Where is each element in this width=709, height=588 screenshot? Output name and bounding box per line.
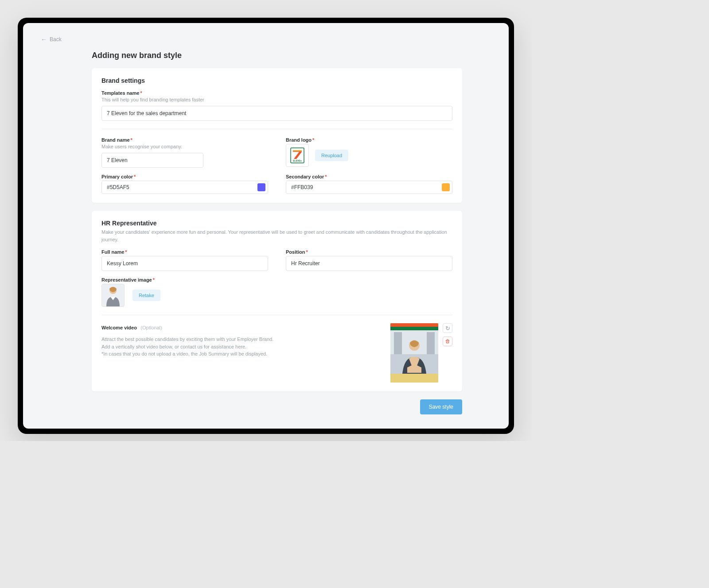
full-name-input[interactable]	[101, 256, 268, 271]
primary-color-swatch[interactable]	[257, 183, 265, 191]
position-input[interactable]	[286, 256, 452, 271]
refresh-video-button[interactable]: ↻	[443, 323, 452, 333]
primary-color-input[interactable]	[107, 184, 257, 190]
secondary-color-swatch[interactable]	[442, 183, 450, 191]
position-label: Position*	[286, 249, 452, 255]
page-title: Adding new brand style	[92, 51, 462, 60]
secondary-color-col: Secondary color*	[286, 174, 452, 194]
trash-icon	[445, 339, 450, 344]
optional-tag: (Optional)	[140, 325, 162, 330]
required-asterisk: *	[125, 249, 127, 255]
position-col: Position*	[286, 249, 452, 271]
svg-rect-9	[427, 332, 435, 354]
required-asterisk: *	[312, 137, 314, 143]
svg-rect-6	[390, 323, 438, 327]
brand-logo-preview: ELEVEn	[286, 144, 309, 167]
full-name-col: Full name*	[101, 249, 268, 271]
welcome-video-label: Welcome video	[101, 325, 137, 330]
required-asterisk: *	[140, 90, 142, 96]
brand-settings-title: Brand settings	[101, 77, 452, 84]
refresh-icon: ↻	[445, 325, 450, 332]
person-icon	[103, 284, 123, 306]
welcome-video-row: Welcome video (Optional) Attract the bes…	[101, 323, 452, 383]
primary-color-input-wrap[interactable]	[101, 181, 268, 194]
video-preview-icon	[390, 323, 438, 383]
primary-color-label: Primary color*	[101, 174, 268, 179]
welcome-text-col: Welcome video (Optional) Attract the bes…	[101, 323, 382, 383]
required-asterisk: *	[325, 174, 327, 179]
secondary-color-label: Secondary color*	[286, 174, 452, 179]
brand-name-input[interactable]	[101, 153, 203, 168]
welcome-video-area: ↻	[390, 323, 452, 383]
required-asterisk: *	[153, 277, 155, 282]
template-name-hint: This will help you find branding templat…	[101, 97, 452, 102]
welcome-video-thumbnail[interactable]	[390, 323, 438, 383]
brand-settings-card: Brand settings Templates name* This will…	[92, 68, 462, 203]
brand-name-hint: Make users recognise your company.	[101, 144, 268, 149]
svg-text:ELEVEn: ELEVEn	[293, 159, 301, 162]
svg-rect-11	[390, 374, 438, 383]
brand-row: Brand name* Make users recognise your co…	[101, 137, 452, 174]
back-link[interactable]: ← Back	[41, 36, 62, 43]
required-asterisk: *	[131, 137, 132, 143]
back-label: Back	[50, 36, 62, 43]
primary-color-col: Primary color*	[101, 174, 268, 194]
footer-actions: Save style	[92, 399, 462, 414]
brand-name-label: Brand name*	[101, 137, 268, 143]
template-name-label: Templates name*	[101, 90, 452, 96]
color-row: Primary color* Secondary color*	[101, 174, 452, 194]
welcome-desc: Attract the best possible candidates by …	[101, 336, 382, 358]
arrow-left-icon: ←	[41, 36, 47, 43]
save-style-button[interactable]: Save style	[420, 399, 462, 414]
seven-eleven-logo-icon: ELEVEn	[290, 147, 304, 163]
hr-rep-title: HR Representative	[101, 220, 452, 227]
required-asterisk: *	[306, 249, 308, 255]
rep-image-thumbnail	[101, 284, 125, 307]
required-asterisk: *	[134, 174, 136, 179]
window: ← Back Adding new brand style Brand sett…	[23, 23, 509, 429]
brand-name-col: Brand name* Make users recognise your co…	[101, 137, 268, 174]
divider	[101, 315, 452, 315]
secondary-color-input[interactable]	[291, 184, 442, 190]
hr-rep-card: HR Representative Make your candidates' …	[92, 211, 462, 391]
template-name-input[interactable]	[101, 106, 452, 121]
video-actions: ↻	[443, 323, 452, 346]
retake-button[interactable]: Retake	[132, 290, 160, 301]
divider	[101, 129, 452, 129]
reupload-button[interactable]: Reupload	[315, 150, 348, 161]
hr-rep-subtitle: Make your candidates' experience more fu…	[101, 228, 452, 243]
brand-logo-label: Brand logo*	[286, 137, 452, 143]
secondary-color-input-wrap[interactable]	[286, 181, 452, 194]
delete-video-button[interactable]	[443, 337, 452, 346]
svg-rect-8	[394, 332, 402, 354]
app-frame: ← Back Adding new brand style Brand sett…	[18, 18, 514, 434]
hr-name-row: Full name* Position*	[101, 249, 452, 271]
svg-rect-7	[390, 327, 438, 330]
full-name-label: Full name*	[101, 249, 268, 255]
rep-image-label: Representative image*	[101, 277, 452, 282]
rep-image-field: Representative image* Retake	[101, 277, 452, 307]
brand-logo-col: Brand logo* ELEVEn Re	[286, 137, 452, 174]
template-name-field: Templates name* This will help you find …	[101, 90, 452, 121]
